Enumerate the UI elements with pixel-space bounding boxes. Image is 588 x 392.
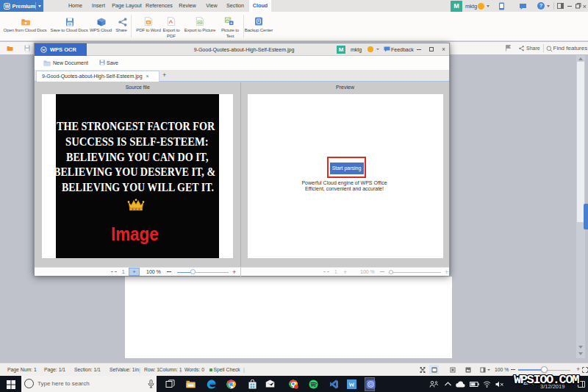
svg-text:W: W xyxy=(147,20,150,24)
